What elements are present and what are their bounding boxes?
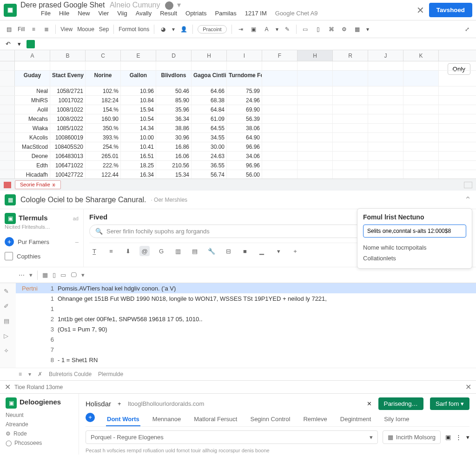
subtab-add-icon[interactable]: + [86, 413, 95, 422]
st-grid-icon[interactable]: ▦ [42, 271, 48, 278]
btm-close-icon[interactable]: ✕ [5, 383, 11, 391]
ar-ic2[interactable]: ⋮ [456, 434, 462, 441]
cell[interactable] [298, 142, 333, 151]
image-icon[interactable]: ▭ [301, 25, 310, 33]
cell[interactable]: 56.00 [227, 170, 262, 178]
share-button[interactable]: Tavshoed [429, 3, 472, 17]
cell[interactable] [262, 124, 298, 132]
col-B[interactable]: B [50, 50, 86, 61]
brush-icon[interactable]: ✎ [283, 25, 291, 33]
caret2-icon[interactable]: ▾ [276, 26, 278, 33]
cs-menu-icon[interactable]: ≡ [19, 371, 22, 377]
sep-label[interactable]: Sep [99, 26, 109, 33]
cell[interactable] [368, 124, 403, 132]
cell[interactable]: 14.34 [121, 124, 156, 132]
cell[interactable]: MhiRS [15, 96, 50, 105]
cell[interactable] [403, 114, 439, 123]
col-D[interactable]: D [156, 50, 192, 61]
code-line[interactable]: 7 [16, 344, 476, 355]
tab-plus-icon[interactable]: + [118, 400, 121, 407]
cell[interactable]: 34.06 [227, 152, 262, 160]
cell[interactable]: 56.74 [192, 170, 227, 178]
cell[interactable]: 56.39 [227, 114, 262, 123]
cell[interactable] [262, 96, 298, 105]
list-icon[interactable]: ≣ [42, 25, 51, 33]
cell[interactable]: 16.86 [156, 142, 192, 151]
cell[interactable]: 1085/1022 [50, 124, 86, 132]
cell[interactable] [368, 152, 403, 160]
menu-pamilas[interactable]: Pamilas [215, 10, 237, 17]
cell[interactable]: Blivdlons [156, 71, 192, 86]
st-bar-icon[interactable]: ▭ [60, 271, 66, 278]
cell[interactable] [333, 152, 368, 160]
cell[interactable]: 1058/2721 [50, 86, 86, 95]
cell[interactable] [121, 61, 156, 70]
cell[interactable]: Gagoa Cintliay [192, 71, 227, 86]
cell[interactable]: 154.% [86, 105, 121, 114]
cell[interactable]: 100860019 [50, 133, 86, 142]
mooue-label[interactable]: Mooue [77, 26, 94, 33]
cell[interactable]: Norine [86, 71, 121, 86]
cell[interactable]: 30.96 [156, 133, 192, 142]
cell[interactable] [15, 61, 50, 70]
dropdown-caret-icon[interactable]: ▾ [177, 1, 181, 9]
play-icon[interactable]: ▷ [4, 332, 12, 341]
cell[interactable] [298, 114, 333, 123]
col-E[interactable]: E [121, 50, 156, 61]
nav-rode[interactable]: ⚙Rode [6, 429, 73, 438]
cell[interactable] [403, 142, 439, 151]
cell[interactable]: Turndome Formulals [227, 71, 262, 86]
cell[interactable] [333, 133, 368, 142]
doc-title[interactable]: Dere prased Google Shet [20, 1, 105, 9]
cell[interactable] [262, 61, 298, 70]
cell[interactable]: KAcolis [15, 133, 50, 142]
minus-icon[interactable]: – [75, 238, 79, 245]
cell[interactable] [298, 133, 333, 142]
down-icon[interactable]: ⬇ [123, 246, 133, 256]
menu-chet[interactable]: Google Chet A9 [275, 10, 318, 17]
fill-icon[interactable]: ■ [240, 246, 250, 256]
cell[interactable] [333, 114, 368, 123]
cs-caret-icon[interactable]: ▾ [28, 371, 31, 377]
cell[interactable] [368, 114, 403, 123]
cell[interactable] [368, 61, 403, 70]
wand-icon[interactable]: ✧ [4, 347, 12, 356]
scroll-right-icon[interactable] [464, 182, 472, 188]
cell[interactable]: 222.% [86, 161, 121, 170]
cell[interactable] [368, 71, 403, 86]
cell[interactable] [262, 142, 298, 151]
cell[interactable]: 35.96 [156, 105, 192, 114]
cell[interactable]: 24.63 [192, 152, 227, 160]
cell[interactable]: 10017022 [50, 96, 86, 105]
tab-close-icon[interactable]: ✕ [367, 400, 372, 407]
cell[interactable]: 64.84 [192, 105, 227, 114]
cell[interactable] [403, 170, 439, 178]
cell[interactable] [368, 105, 403, 114]
cell[interactable]: 1008/2022 [50, 114, 86, 123]
cell[interactable]: 15.34 [156, 170, 192, 178]
subtab-mennanoe[interactable]: Mennanoe [152, 413, 182, 426]
subtab-seginn[interactable]: Seginn Control [249, 413, 291, 426]
col-C[interactable]: C [86, 50, 121, 61]
code-line[interactable]: 1Ohnange get 151B Fut WBD 1990 N018, lon… [16, 293, 476, 304]
cell[interactable] [298, 161, 333, 170]
cell[interactable] [403, 86, 439, 95]
doc-icon[interactable]: ▤ [4, 317, 12, 326]
caret-icon[interactable]: ▾ [172, 26, 175, 33]
pencil-icon[interactable]: ✎ [4, 288, 12, 296]
cell[interactable]: 10.96 [121, 86, 156, 95]
cell[interactable] [298, 170, 333, 178]
cell[interactable]: 16.34 [121, 170, 156, 178]
col-I[interactable]: I [227, 50, 262, 61]
popup-opt2[interactable]: Collationlets [363, 253, 466, 264]
under-icon[interactable]: ▁ [257, 246, 267, 256]
subtab-remleve[interactable]: Remleve [302, 413, 328, 426]
gear-icon[interactable]: ⚙ [340, 25, 349, 33]
cell[interactable]: 38.06 [227, 124, 262, 132]
code-line[interactable]: 1 [16, 304, 476, 314]
cell[interactable] [262, 161, 298, 170]
cell[interactable] [403, 133, 439, 142]
font-icon[interactable]: A [263, 25, 271, 33]
popup-input[interactable] [363, 225, 466, 238]
cell[interactable]: 69.90 [227, 105, 262, 114]
